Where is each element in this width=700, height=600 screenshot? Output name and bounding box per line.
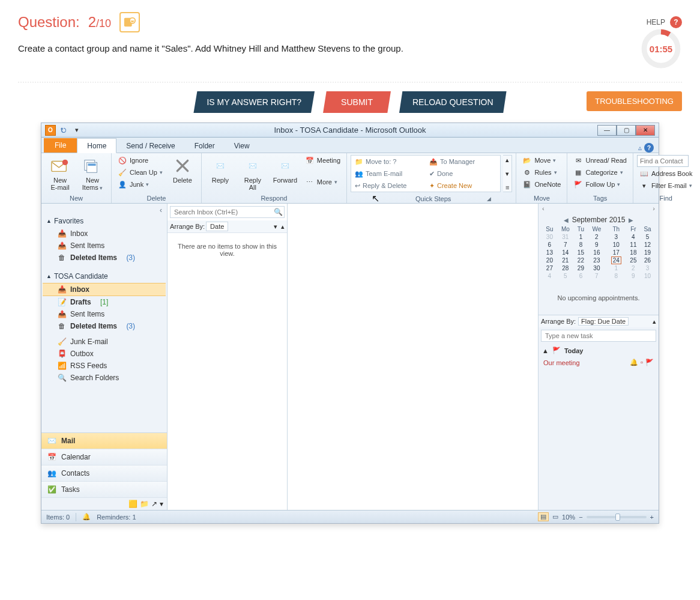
rules-button[interactable]: ⚙Rules [520,167,563,178]
folder-junk[interactable]: 🧹Junk E-mail [43,336,166,348]
date-navigator[interactable]: SuMoTuWeThFrSa 3031123456789101112131415… [542,225,655,280]
tab-view[interactable]: View [225,139,259,153]
ribbon-minimize-icon[interactable]: ▵ [638,144,642,152]
zoom-slider[interactable] [587,516,647,518]
view-reading-icon[interactable]: ▭ [552,513,558,521]
qs-expand[interactable]: ≡ [503,183,511,192]
reply-all-button[interactable]: ✉️Reply All [238,155,268,191]
quick-steps-gallery[interactable]: 📁Move to: ? 📤To Manager 👥Team E-mail ✔Do… [351,155,501,192]
nav-configure-icon[interactable]: ▾ [160,500,163,508]
troubleshooting-button[interactable]: TROUBLESHOOTING [587,91,682,111]
reply-button[interactable]: ✉️Reply [205,155,235,184]
fav-sent-items[interactable]: 📤Sent Items [43,240,166,252]
fav-deleted-items[interactable]: 🗑Deleted Items (3) [43,252,166,264]
tab-file[interactable]: File [44,138,77,153]
qs-team-email[interactable]: 👥Team E-mail [351,168,426,180]
ignore-button[interactable]: 🚫Ignore [115,155,165,166]
tab-send-receive[interactable]: Send / Receive [116,139,184,153]
outlook-app-icon[interactable]: O [45,125,56,136]
reload-question-button[interactable]: RELOAD QUESTION [399,91,507,113]
qs-to-manager[interactable]: 📤To Manager [426,156,500,168]
tab-folder[interactable]: Folder [185,139,225,153]
nav-mail-button[interactable]: ✉️Mail [41,433,167,449]
todo-collapse-left-icon[interactable]: ‹ [542,205,545,212]
address-book-button[interactable]: 📖Address Book [637,168,695,179]
qs-move-to[interactable]: 📁Move to: ? [351,156,426,168]
zoom-in-button[interactable]: + [650,514,654,521]
follow-up-button[interactable]: 🚩Follow Up [571,179,629,190]
fav-inbox[interactable]: 📥Inbox [43,228,166,240]
task-sort-icon[interactable]: ▴ [653,318,656,326]
search-icon[interactable]: 🔍 [272,207,284,217]
zoom-out-button[interactable]: − [579,514,582,521]
folder-search-folders[interactable]: 🔍Search Folders [43,372,166,384]
help-label[interactable]: HELP [647,18,665,26]
undo-icon[interactable] [58,125,69,136]
timer-value: 01:55 [640,28,682,70]
search-inbox-input[interactable] [170,207,272,217]
close-button[interactable]: ✕ [636,125,655,136]
cal-prev-month[interactable]: ◀ [564,217,569,223]
nav-shortcuts-icon[interactable]: ↗ [151,500,157,508]
sort-toggle-icon[interactable]: ▾ ▴ [274,223,285,231]
delete-button[interactable]: Delete [167,155,198,184]
nav-notes-icon[interactable]: 🟨 [128,500,137,508]
view-normal-icon[interactable]: ▤ [538,512,549,521]
onenote-button[interactable]: 📓OneNote [520,179,563,190]
qat-dropdown-icon[interactable]: ▾ [71,125,82,136]
nav-tasks-button[interactable]: ✅Tasks [41,482,167,498]
folder-rss-feeds[interactable]: 📶RSS Feeds [43,360,166,372]
unread-read-button[interactable]: ✉Unread/ Read [571,155,629,166]
folder-deleted-items[interactable]: 🗑Deleted Items (3) [43,320,166,332]
nav-contacts-button[interactable]: 👥Contacts [41,465,167,482]
todo-collapse-right-icon[interactable]: › [653,205,655,212]
filter-icon: ▾ [639,181,649,190]
nav-calendar-button[interactable]: 📅Calendar [41,449,167,465]
meeting-button[interactable]: 📅Meeting [303,155,343,166]
to-do-bar: ‹› ◀ September 2015 ▶ SuMoTuWeThFrSa 303… [539,204,659,510]
folder-sent-items[interactable]: 📤Sent Items [43,308,166,320]
task-arrange-header[interactable]: Arrange By: Flag: Due Date ▴ [539,315,659,327]
qs-done[interactable]: ✔Done [426,168,500,180]
account-header[interactable]: ▲TOSA Candidate [43,270,166,283]
help-icon[interactable]: ? [670,16,682,28]
check-answer-button[interactable]: IS MY ANSWER RIGHT? [193,91,315,113]
qs-create-new[interactable]: ✦Create New [426,180,500,192]
reading-pane [288,204,539,510]
ribbon-help-icon[interactable]: ? [644,143,654,153]
ribbon-group-move: Move [520,194,563,202]
done-icon: ✔ [429,170,435,178]
move-button[interactable]: 📂Move [520,155,563,166]
folder-inbox[interactable]: 📥Inbox [43,283,166,296]
folder-drafts[interactable]: 📝Drafts [1] [43,296,166,308]
qs-scroll-up[interactable]: ▴ [503,156,511,165]
status-reminders[interactable]: Reminders: 1 [97,514,136,521]
clean-up-button[interactable]: 🧹Clean Up [115,167,165,178]
task-group-today[interactable]: ▲🚩Today [539,344,659,357]
categorize-button[interactable]: ▦Categorize [571,167,629,178]
junk-button[interactable]: 👤Junk [115,179,165,190]
submit-button[interactable]: SUBMIT [323,91,391,113]
qs-launcher-icon[interactable]: ◢ [487,196,491,202]
contacts-icon: 👥 [47,469,56,477]
qs-reply-delete[interactable]: ↩Reply & Delete [351,180,426,192]
new-email-button[interactable]: New E-mail [45,155,75,191]
nav-folder-list-icon[interactable]: 📁 [140,500,149,508]
filter-email-button[interactable]: ▾Filter E-mail [637,180,695,191]
more-respond-button[interactable]: ⋯More [303,177,343,187]
maximize-button[interactable]: ▢ [617,125,636,136]
find-contact-input[interactable] [637,155,689,167]
new-items-button[interactable]: New Items [77,155,107,191]
task-item-our-meeting[interactable]: Our meeting 🔔▫🚩 [539,357,659,368]
tab-home[interactable]: Home [77,138,116,153]
new-task-input[interactable] [541,330,656,342]
nav-collapse-icon[interactable]: ‹ [43,206,166,214]
favorites-header[interactable]: ▲Favorites [43,214,166,228]
folder-outbox[interactable]: 📮Outbox [43,348,166,360]
unread-icon: ✉ [573,156,583,165]
qs-scroll-down[interactable]: ▾ [503,169,511,178]
minimize-button[interactable]: — [597,125,617,136]
cal-next-month[interactable]: ▶ [629,217,633,223]
arrange-by-header[interactable]: Arrange By: Date ▾ ▴ [167,220,287,233]
forward-button[interactable]: ✉️Forward [270,155,300,184]
